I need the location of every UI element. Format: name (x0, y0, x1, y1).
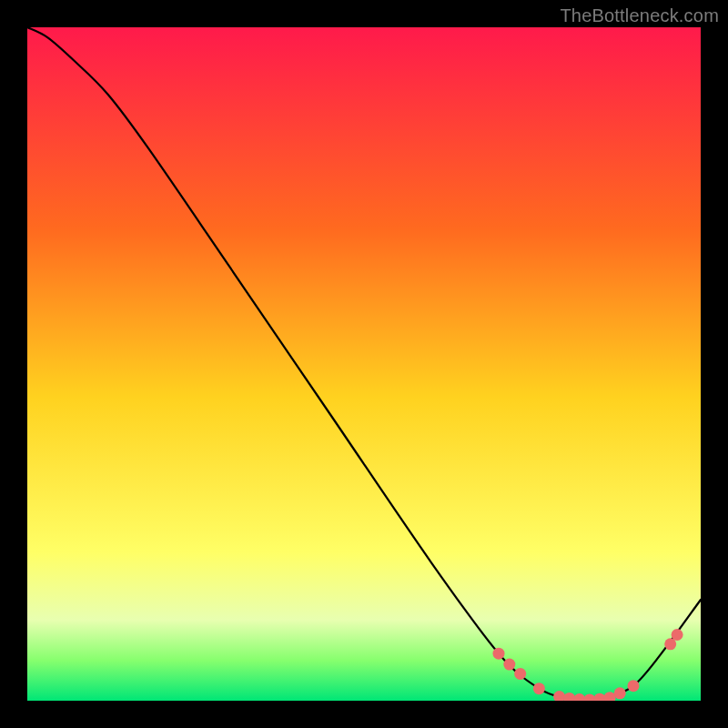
chart-svg (27, 27, 701, 701)
attribution-text: TheBottleneck.com (560, 5, 719, 26)
curve-marker (614, 687, 626, 699)
chart-frame: TheBottleneck.com (0, 0, 728, 728)
gradient-background (27, 27, 701, 701)
curve-marker (628, 680, 640, 692)
curve-marker (533, 682, 545, 694)
curve-marker (514, 668, 526, 680)
plot-area (27, 27, 701, 701)
curve-marker (493, 648, 505, 660)
curve-marker (503, 659, 515, 671)
curve-marker (672, 629, 683, 641)
